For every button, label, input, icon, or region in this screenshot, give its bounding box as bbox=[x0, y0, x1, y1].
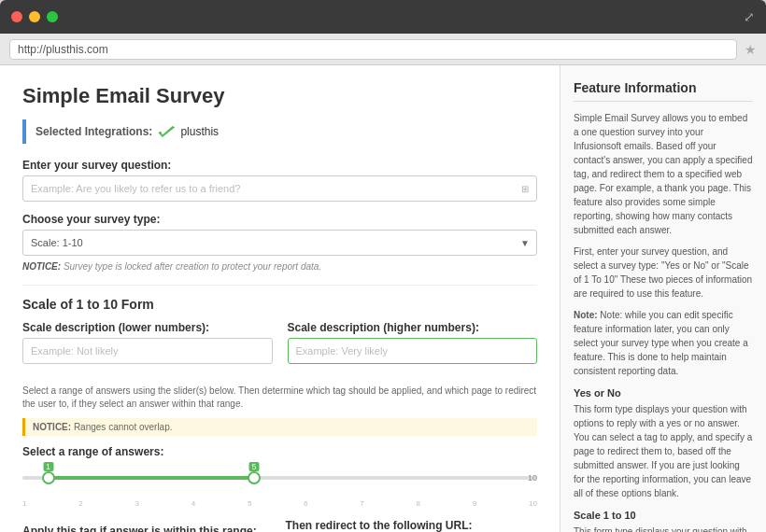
higher-desc-label: Scale description (higher numbers): bbox=[288, 321, 538, 334]
scale-section-title: Scale of 1 to 10 Form bbox=[22, 285, 537, 312]
left-panel: Simple Email Survey Selected Integration… bbox=[0, 65, 560, 532]
survey-type-select-wrapper: Yes or No Scale: 1-10 ▼ bbox=[22, 230, 537, 256]
url-field[interactable]: http://plusthis.com bbox=[9, 39, 737, 60]
slider-max-label: 10 bbox=[528, 473, 537, 483]
mark-9: 9 bbox=[473, 499, 476, 508]
mark-2: 2 bbox=[78, 499, 82, 508]
sidebar-para-3: Note: Note: while you can edit specific … bbox=[574, 308, 753, 378]
close-button[interactable] bbox=[11, 11, 22, 22]
lower-placeholder: Example: Not likely bbox=[31, 345, 119, 357]
integration-bar: Selected Integrations: plusthis bbox=[22, 119, 537, 144]
slider-help-text: Select a range of answers using the slid… bbox=[22, 385, 537, 411]
redirect-label: Then redirect to the following URL: bbox=[286, 519, 538, 532]
survey-question-label: Enter your survey question: bbox=[22, 159, 537, 172]
maximize-button[interactable] bbox=[47, 11, 58, 22]
integration-name: plusthis bbox=[180, 125, 219, 138]
survey-question-placeholder: Example: Are you likely to refer us to a… bbox=[31, 183, 240, 194]
plusthis-icon bbox=[158, 126, 175, 137]
sidebar-title: Feature Information bbox=[574, 80, 753, 102]
yes-no-text: This form type displays your question wi… bbox=[574, 402, 753, 500]
sidebar-para-1: Simple Email Survey allows you to embed … bbox=[574, 111, 753, 237]
lower-desc-col: Scale description (lower numbers): Examp… bbox=[22, 321, 273, 375]
right-panel: Feature Information Simple Email Survey … bbox=[560, 65, 766, 532]
redirect-col: Then redirect to the following URL: bbox=[286, 519, 538, 532]
tag-col: Apply this tag if answer is within this … bbox=[22, 525, 275, 532]
mark-4: 4 bbox=[192, 499, 195, 508]
mark-7: 7 bbox=[360, 499, 363, 508]
expand-icon[interactable]: ⤢ bbox=[744, 9, 755, 24]
content-area: Simple Email Survey Selected Integration… bbox=[0, 65, 766, 532]
survey-type-select[interactable]: Yes or No Scale: 1-10 bbox=[22, 230, 537, 256]
mark-6: 6 bbox=[304, 499, 307, 508]
scale-title: Scale 1 to 10 bbox=[574, 510, 753, 521]
slider-left-label: 1 bbox=[43, 462, 53, 471]
range-slider[interactable]: 1 5 10 bbox=[22, 464, 537, 492]
sidebar-para-2: First, enter your survey question, and s… bbox=[574, 245, 753, 301]
higher-placeholder: Example: Very likely bbox=[296, 345, 388, 357]
mark-10: 10 bbox=[529, 499, 537, 508]
mark-3: 3 bbox=[135, 499, 138, 508]
slider-thumb-left[interactable] bbox=[42, 471, 55, 484]
slider-thumb-right[interactable] bbox=[248, 471, 261, 484]
app-window: ⤢ http://plusthis.com ★ Simple Email Sur… bbox=[0, 0, 766, 532]
integration-label: Selected Integrations: bbox=[35, 125, 152, 138]
slider-track bbox=[22, 476, 537, 480]
tag-redirect-row: Apply this tag if answer is within this … bbox=[22, 519, 537, 532]
survey-type-notice: NOTICE: Survey type is locked after crea… bbox=[22, 261, 537, 272]
star-icon[interactable]: ★ bbox=[745, 42, 757, 57]
scale-text: This form type displays your question wi… bbox=[574, 525, 753, 532]
minimize-button[interactable] bbox=[29, 11, 40, 22]
mark-5: 5 bbox=[248, 499, 251, 508]
traffic-lights bbox=[11, 11, 58, 22]
lower-desc-input[interactable]: Example: Not likely bbox=[22, 338, 273, 364]
scale-marks: 1 2 3 4 5 6 7 8 9 10 bbox=[22, 499, 537, 508]
urlbar: http://plusthis.com ★ bbox=[0, 34, 766, 65]
mark-8: 8 bbox=[417, 499, 420, 508]
overlap-notice: NOTICE: Ranges cannot overlap. bbox=[22, 418, 537, 436]
survey-question-input[interactable]: Example: Are you likely to refer us to a… bbox=[22, 175, 537, 202]
slider-fill bbox=[49, 476, 254, 480]
higher-desc-input[interactable]: Example: Very likely bbox=[288, 338, 538, 364]
titlebar: ⤢ bbox=[0, 0, 766, 34]
slider-right-label: 5 bbox=[248, 462, 259, 471]
yes-no-title: Yes or No bbox=[574, 387, 753, 399]
select-range-label: Select a range of answers: bbox=[22, 445, 537, 458]
input-icon: ⊞ bbox=[521, 184, 529, 194]
scale-descriptions: Scale description (lower numbers): Examp… bbox=[22, 321, 537, 375]
higher-desc-col: Scale description (higher numbers): Exam… bbox=[288, 321, 538, 375]
tag-label: Apply this tag if answer is within this … bbox=[22, 525, 275, 532]
mark-1: 1 bbox=[22, 499, 26, 508]
page-title: Simple Email Survey bbox=[22, 84, 537, 108]
survey-type-label: Choose your survey type: bbox=[22, 213, 537, 226]
lower-desc-label: Scale description (lower numbers): bbox=[22, 321, 273, 334]
url-text: http://plusthis.com bbox=[18, 43, 108, 56]
